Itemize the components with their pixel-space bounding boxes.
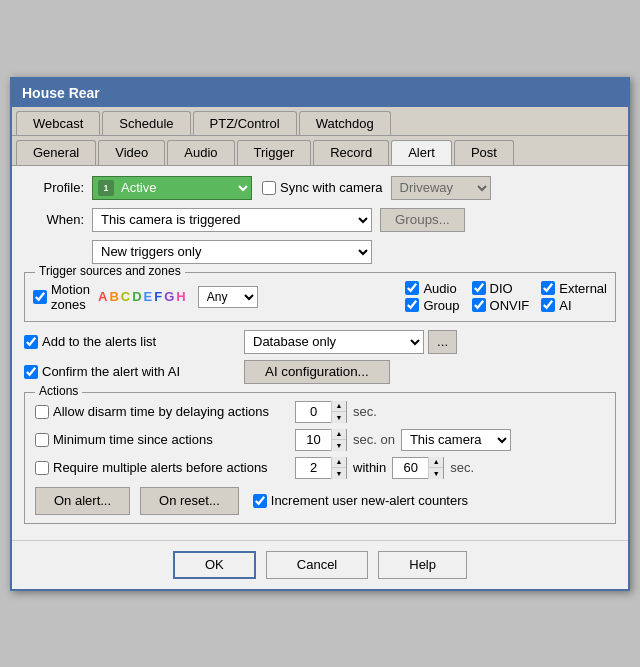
multi-alert-row: Require multiple alerts before actions ▲… (35, 457, 605, 479)
window-title: House Rear (22, 85, 100, 101)
tab-audio[interactable]: Audio (167, 140, 234, 165)
audio-label: Audio (423, 281, 456, 296)
increment-checkbox[interactable] (253, 494, 267, 508)
ai-config-button[interactable]: AI configuration... (244, 360, 390, 384)
disarm-checkbox[interactable] (35, 405, 49, 419)
onvif-checkbox[interactable] (472, 298, 486, 312)
min-time-value[interactable] (296, 430, 331, 450)
footer: OK Cancel Help (12, 540, 628, 589)
tab-webcast[interactable]: Webcast (16, 111, 100, 135)
ai-confirm-check-wrapper: Confirm the alert with AI (24, 364, 244, 379)
disarm-check-wrapper: Allow disarm time by delaying actions (35, 404, 295, 419)
tab-video[interactable]: Video (98, 140, 165, 165)
zone-any-select[interactable]: Any (198, 286, 258, 308)
tab-post[interactable]: Post (454, 140, 514, 165)
group-label: Group (423, 298, 459, 313)
within-spinner: ▲ ▼ (392, 457, 444, 479)
audio-checkbox[interactable] (405, 281, 419, 295)
dio-check-item: DIO (472, 281, 530, 296)
profile-select[interactable]: Active (92, 176, 252, 200)
driveway-select[interactable]: Driveway (391, 176, 491, 200)
disarm-value[interactable] (296, 402, 331, 422)
min-time-label: Minimum time since actions (53, 432, 213, 447)
tab-trigger[interactable]: Trigger (237, 140, 312, 165)
ok-button[interactable]: OK (173, 551, 256, 579)
multi-checkbox[interactable] (35, 461, 49, 475)
ai-confirm-checkbox[interactable] (24, 365, 38, 379)
audio-check-item: Audio (405, 281, 459, 296)
trigger-sources-title: Trigger sources and zones (35, 264, 185, 278)
tab-schedule[interactable]: Schedule (102, 111, 190, 135)
trigger-sources-group: Trigger sources and zones Motionzones A … (24, 272, 616, 322)
database-dots-button[interactable]: ... (428, 330, 457, 354)
tab-ptz-control[interactable]: PTZ/Control (193, 111, 297, 135)
motion-row: Motionzones A B C D E F G H Any (33, 281, 607, 313)
min-time-up[interactable]: ▲ (332, 429, 346, 440)
within-down[interactable]: ▼ (429, 468, 443, 479)
add-alerts-checkbox[interactable] (24, 335, 38, 349)
zone-f: F (154, 289, 162, 304)
sync-checkbox[interactable] (262, 181, 276, 195)
help-button[interactable]: Help (378, 551, 467, 579)
disarm-arrows: ▲ ▼ (331, 401, 346, 423)
database-select[interactable]: Database only (244, 330, 424, 354)
tab-watchdog[interactable]: Watchdog (299, 111, 391, 135)
main-window: House Rear Webcast Schedule PTZ/Control … (10, 77, 630, 591)
group-check-item: Group (405, 298, 459, 313)
multi-spinner: ▲ ▼ (295, 457, 347, 479)
disarm-unit: sec. (353, 404, 377, 419)
disarm-down[interactable]: ▼ (332, 412, 346, 423)
min-time-down[interactable]: ▼ (332, 440, 346, 451)
external-checkbox[interactable] (541, 281, 555, 295)
zone-g: G (164, 289, 174, 304)
profile-row: Profile: 1 Active Sync with camera Drive… (24, 176, 616, 200)
on-alert-button[interactable]: On alert... (35, 487, 130, 515)
ai-source-label: AI (559, 298, 571, 313)
min-time-unit: sec. on (353, 432, 395, 447)
external-check-item: External (541, 281, 607, 296)
within-arrows: ▲ ▼ (428, 457, 443, 479)
min-time-check-wrapper: Minimum time since actions (35, 432, 295, 447)
within-unit: sec. (450, 460, 474, 475)
onvif-check-item: ONVIF (472, 298, 530, 313)
disarm-label: Allow disarm time by delaying actions (53, 404, 269, 419)
motion-checkbox[interactable] (33, 290, 47, 304)
zone-a: A (98, 289, 107, 304)
motion-label: Motionzones (51, 282, 90, 312)
camera-select[interactable]: This camera (401, 429, 511, 451)
add-alerts-check-wrapper: Add to the alerts list (24, 334, 244, 349)
multi-down[interactable]: ▼ (332, 468, 346, 479)
actions-group: Actions Allow disarm time by delaying ac… (24, 392, 616, 524)
tab-alert[interactable]: Alert (391, 140, 452, 165)
within-up[interactable]: ▲ (429, 457, 443, 468)
multi-value[interactable] (296, 458, 331, 478)
multi-up[interactable]: ▲ (332, 457, 346, 468)
ai-confirm-label: Confirm the alert with AI (42, 364, 180, 379)
trigger-mode-select[interactable]: New triggers only (92, 240, 372, 264)
tab-record[interactable]: Record (313, 140, 389, 165)
zone-letters: A B C D E F G H (98, 289, 186, 304)
group-checkbox[interactable] (405, 298, 419, 312)
external-label: External (559, 281, 607, 296)
groups-button[interactable]: Groups... (380, 208, 465, 232)
multi-label: Require multiple alerts before actions (53, 460, 268, 475)
min-time-checkbox[interactable] (35, 433, 49, 447)
disarm-spinner: ▲ ▼ (295, 401, 347, 423)
action-buttons-row: On alert... On reset... Increment user n… (35, 487, 605, 515)
dio-checkbox[interactable] (472, 281, 486, 295)
ai-source-checkbox[interactable] (541, 298, 555, 312)
cancel-button[interactable]: Cancel (266, 551, 368, 579)
profile-label: Profile: (24, 180, 84, 195)
disarm-up[interactable]: ▲ (332, 401, 346, 412)
when-row: When: This camera is triggered Groups... (24, 208, 616, 232)
when-select[interactable]: This camera is triggered (92, 208, 372, 232)
within-value[interactable] (393, 458, 428, 478)
tab-general[interactable]: General (16, 140, 96, 165)
motion-check-wrapper: Motionzones (33, 282, 90, 312)
multi-check-wrapper: Require multiple alerts before actions (35, 460, 295, 475)
profile-icon: 1 (98, 180, 114, 196)
onvif-label: ONVIF (490, 298, 530, 313)
min-time-row: Minimum time since actions ▲ ▼ sec. on T… (35, 429, 605, 451)
on-reset-button[interactable]: On reset... (140, 487, 239, 515)
top-tab-row: Webcast Schedule PTZ/Control Watchdog (12, 107, 628, 136)
